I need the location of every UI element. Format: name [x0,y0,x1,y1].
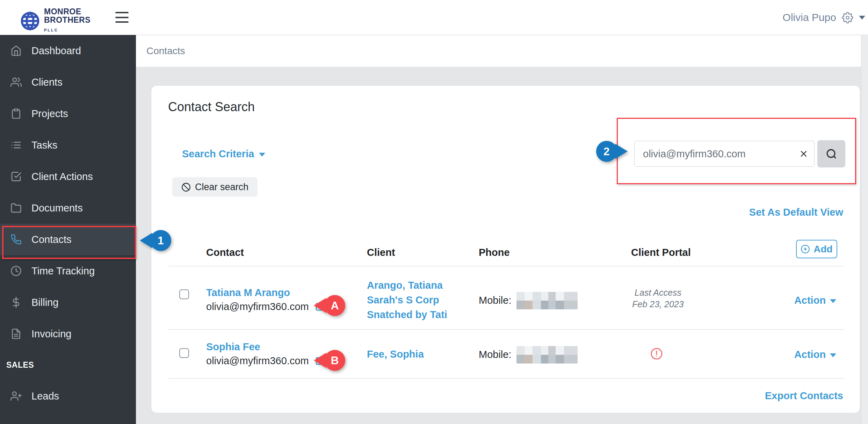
user-menu[interactable]: Olivia Pupo [783,0,865,35]
redacted-phone [516,346,578,364]
action-dropdown[interactable]: Action [777,349,854,360]
add-button-label: Add [813,244,832,255]
phone-cell: Mobile: [479,295,578,309]
contact-name-link[interactable]: Sophia Fee [206,341,260,353]
globe-logo-icon [20,11,40,31]
check-square-icon [10,171,22,182]
client-link[interactable]: Arango, Tatiana [367,278,447,293]
portal-last-access-label: Last Access [616,287,700,299]
annotation-balloon-a: A [324,295,345,316]
sidebar-item-tasks[interactable]: Tasks [0,129,136,161]
page-title: Contact Search [168,100,255,114]
redacted-phone [516,292,578,309]
column-header-contact[interactable]: Contact [206,247,244,258]
clipboard-icon [10,108,22,119]
home-icon [10,45,22,56]
sidebar-item-label: Clients [31,77,63,88]
sidebar-item-client-actions[interactable]: Client Actions [0,161,136,192]
client-links: Fee, Sophia [367,347,424,361]
column-header-client-portal[interactable]: Client Portal [631,247,691,258]
row-divider [168,378,844,379]
chevron-down-icon [259,153,265,157]
sidebar-item-time-tracking[interactable]: Time Tracking [0,255,136,287]
breadcrumb: Contacts [136,35,868,67]
sidebar-item-billing[interactable]: Billing [0,287,136,318]
plus-circle-icon [801,244,810,254]
table-header-divider [168,266,844,266]
action-label: Action [794,295,826,306]
top-bar: MONROE BROTHERS PLLC Olivia Pupo [0,0,868,35]
action-label: Action [794,349,826,360]
action-dropdown[interactable]: Action [777,295,854,306]
brand-line1: MONROE [44,7,91,16]
brand-logo[interactable]: MONROE BROTHERS PLLC [20,7,91,34]
app-root: MONROE BROTHERS PLLC Olivia Pupo Dashboa… [0,0,868,424]
user-name: Olivia Pupo [783,12,836,23]
list-icon [10,139,22,151]
client-links: Arango, Tatiana Sarah's S Corp Snatched … [367,278,447,322]
sidebar-item-label: Leads [31,390,59,402]
client-link[interactable]: Snatched by Tati [367,307,447,322]
column-header-client[interactable]: Client [367,247,395,258]
search-criteria-label: Search Criteria [182,148,254,160]
slash-circle-icon [181,182,191,192]
client-portal-cell: Last Access Feb 23, 2023 [616,287,700,310]
phone-label: Mobile: [479,349,512,360]
sidebar-item-label: Projects [31,108,68,120]
row-checkbox[interactable] [179,289,189,299]
sidebar-item-invoicing[interactable]: Invoicing [0,318,136,350]
email-text: olivia@myfirm360.com [206,355,309,367]
sidebar-item-label: Billing [31,297,58,308]
client-link[interactable]: Fee, Sophia [367,347,424,361]
sidebar-item-label: Client Actions [31,171,93,182]
export-contacts-link[interactable]: Export Contacts [765,390,843,402]
sidebar-item-label: Dashboard [31,45,81,57]
annotation-box-contacts [2,226,136,259]
sidebar-item-label: Tasks [31,139,57,151]
file-text-icon [10,328,22,339]
search-criteria-dropdown[interactable]: Search Criteria [182,148,265,160]
add-contact-button[interactable]: Add [796,240,837,258]
phone-label: Mobile: [479,295,512,306]
sidebar-item-clients[interactable]: Clients [0,66,136,98]
portal-warning [650,347,663,360]
sidebar-item-documents[interactable]: Documents [0,192,136,224]
dollar-sign-icon [10,297,22,308]
clear-search-button[interactable]: Clear search [172,177,258,197]
users-icon [10,77,22,88]
sidebar-item-dashboard[interactable]: Dashboard [0,35,136,66]
contact-name-link[interactable]: Tatiana M Arango [206,287,290,299]
hamburger-menu-icon[interactable] [115,12,129,23]
scrollbar-track[interactable] [861,35,868,424]
column-header-phone[interactable]: Phone [479,247,510,258]
alert-circle-icon [650,347,663,360]
folder-icon [10,202,22,214]
chevron-down-icon [830,299,836,303]
portal-last-access-date: Feb 23, 2023 [616,299,700,310]
client-link[interactable]: Sarah's S Corp [367,293,447,307]
chevron-down-icon[interactable] [859,16,865,20]
breadcrumb-label: Contacts [146,45,185,57]
set-default-view-link[interactable]: Set As Default View [749,207,843,218]
sidebar-item-label: Time Tracking [31,265,95,277]
annotation-balloon-2: 2 [596,141,617,162]
sidebar-item-label: Documents [31,202,83,214]
sidebar-section-sales: SALES [0,350,136,380]
annotation-box-search [617,118,856,184]
row-divider [168,329,844,330]
phone-cell: Mobile: [479,349,578,364]
clock-icon [10,265,22,276]
email-text: olivia@myfirm360.com [206,301,309,312]
sidebar-item-leads[interactable]: Leads [0,380,136,412]
annotation-balloon-1: 1 [150,230,171,251]
brand-line3: PLLC [44,26,91,34]
sidebar-section-reports: REPORTS [0,412,136,424]
user-plus-icon [10,390,22,402]
chevron-down-icon [830,353,836,357]
brand-wordmark: MONROE BROTHERS PLLC [44,7,91,34]
sidebar-item-label: Invoicing [31,328,71,340]
sidebar-item-projects[interactable]: Projects [0,98,136,129]
gear-icon[interactable] [842,12,853,23]
row-checkbox[interactable] [179,348,189,358]
clear-search-label: Clear search [195,182,248,193]
